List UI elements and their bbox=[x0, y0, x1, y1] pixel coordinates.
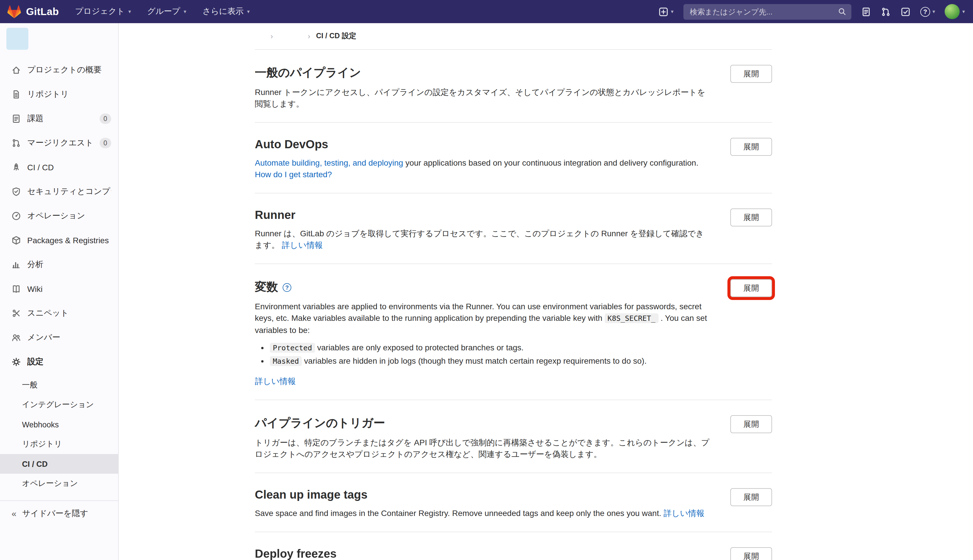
plus-square-icon bbox=[659, 7, 669, 17]
section-title: 変数 bbox=[255, 279, 278, 295]
user-menu-button[interactable]: ▾ bbox=[945, 4, 965, 19]
search-input[interactable] bbox=[689, 7, 838, 17]
pipeline-triggers-expand-button[interactable]: 展開 bbox=[730, 415, 772, 433]
brand-name: GitLab bbox=[26, 5, 59, 18]
avatar bbox=[945, 4, 960, 19]
general-pipelines-expand-button[interactable]: 展開 bbox=[730, 65, 772, 83]
settings-sub-webhooks[interactable]: Webhooks bbox=[0, 415, 118, 434]
collapse-sidebar-button[interactable]: « サイドバーを隠す bbox=[0, 500, 118, 526]
auto-devops-get-started-link[interactable]: How do I get started? bbox=[255, 170, 332, 179]
book-icon bbox=[12, 284, 21, 293]
section-title: Deploy freezes bbox=[255, 547, 337, 560]
gitlab-app: GitLab プロジェクト ▾ グループ ▾ さらに表示 ▾ bbox=[0, 0, 973, 560]
sidebar-item-merge-requests[interactable]: マージリクエスト 0 bbox=[0, 131, 118, 155]
section-title: Auto DevOps bbox=[255, 138, 328, 151]
settings-sub-operations[interactable]: オペレーション bbox=[0, 474, 118, 493]
sidebar-item-operations[interactable]: オペレーション bbox=[0, 204, 118, 228]
menu-more[interactable]: さらに表示 ▾ bbox=[202, 7, 250, 17]
sidebar-item-packages[interactable]: Packages & Registries bbox=[0, 228, 118, 252]
sidebar-item-label: 設定 bbox=[27, 357, 43, 367]
sidebar-item-label: Packages & Registries bbox=[27, 236, 109, 245]
sidebar-item-issues[interactable]: 課題 0 bbox=[0, 107, 118, 131]
todos-icon[interactable] bbox=[901, 7, 910, 17]
sidebar-item-project-overview[interactable]: プロジェクトの概要 bbox=[0, 58, 118, 82]
settings-sub-ci-cd[interactable]: CI / CD bbox=[0, 454, 118, 474]
code-k8s-secret: K8S_SECRET_ bbox=[605, 313, 658, 323]
menu-projects-label: プロジェクト bbox=[75, 7, 125, 17]
chevron-down-icon: ▾ bbox=[128, 9, 131, 14]
cleanup-expand-button[interactable]: 展開 bbox=[730, 488, 772, 506]
chart-icon bbox=[12, 260, 21, 269]
settings-sub-general[interactable]: 一般 bbox=[0, 375, 118, 395]
sidebar-item-label: メンバー bbox=[27, 332, 60, 343]
menu-groups-label: グループ bbox=[147, 7, 180, 17]
breadcrumb: › › CI / CD 設定 bbox=[255, 23, 772, 50]
merge-requests-count-badge: 0 bbox=[99, 138, 111, 148]
sidebar-item-label: リポジトリ bbox=[27, 89, 68, 100]
bullet-text: variables are only exposed to protected … bbox=[315, 343, 523, 352]
merge-request-icon bbox=[12, 138, 21, 148]
sidebar-item-analytics[interactable]: 分析 bbox=[0, 252, 118, 277]
help-menu-button[interactable]: ? ▾ bbox=[920, 7, 935, 17]
runner-more-info-link[interactable]: 詳しい情報 bbox=[282, 240, 323, 250]
sidebar-item-ci-cd[interactable]: CI / CD bbox=[0, 155, 118, 180]
auto-devops-doc-link[interactable]: Automate building, testing, and deployin… bbox=[255, 158, 403, 167]
auto-devops-expand-button[interactable]: 展開 bbox=[730, 138, 772, 156]
sidebar-item-settings[interactable]: 設定 bbox=[0, 350, 118, 374]
gitlab-tanuki-icon bbox=[7, 5, 22, 18]
chevron-right-icon: › bbox=[270, 32, 273, 40]
sidebar-item-snippets[interactable]: スニペット bbox=[0, 301, 118, 325]
section-title: Runner bbox=[255, 208, 295, 222]
section-title: パイプラインのトリガー bbox=[255, 415, 385, 431]
gear-icon bbox=[12, 357, 21, 367]
submenu-label: インテグレーション bbox=[22, 400, 94, 410]
sidebar-item-label: CI / CD bbox=[27, 163, 54, 172]
submenu-label: オペレーション bbox=[22, 478, 78, 489]
bullet-text: variables are hidden in job logs (though… bbox=[302, 356, 646, 365]
sidebar-item-members[interactable]: メンバー bbox=[0, 325, 118, 350]
deploy-freezes-expand-button[interactable]: 展開 bbox=[730, 547, 772, 560]
sidebar-item-wiki[interactable]: Wiki bbox=[0, 277, 118, 301]
help-icon: ? bbox=[920, 7, 930, 17]
menu-more-label: さらに表示 bbox=[202, 7, 243, 17]
runner-expand-button[interactable]: 展開 bbox=[730, 208, 772, 227]
chevron-down-icon: ▾ bbox=[962, 9, 965, 14]
sidebar-item-security[interactable]: セキュリティとコンプライア bbox=[0, 180, 118, 204]
issues-count-badge: 0 bbox=[99, 113, 111, 124]
section-cleanup-image-tags: Clean up image tags Save space and find … bbox=[255, 473, 772, 532]
submenu-label: リポジトリ bbox=[22, 439, 62, 449]
code-protected: Protected bbox=[270, 343, 315, 353]
variables-expand-button[interactable]: 展開 bbox=[730, 279, 772, 297]
cleanup-more-info-link[interactable]: 詳しい情報 bbox=[663, 508, 704, 518]
sidebar-item-label: プロジェクトの概要 bbox=[27, 65, 102, 75]
variables-protected-bullet: Protected variables are only exposed to … bbox=[270, 342, 710, 354]
settings-sub-repository[interactable]: リポジトリ bbox=[0, 434, 118, 454]
section-description: Runner トークンにアクセスし、パイプラインの設定をカスタマイズ、そしてパイ… bbox=[255, 87, 705, 108]
chevron-down-icon: ▾ bbox=[247, 9, 250, 14]
gauge-icon bbox=[12, 212, 21, 221]
sidebar-item-label: セキュリティとコンプライア bbox=[27, 187, 111, 197]
project-avatar[interactable] bbox=[7, 28, 28, 50]
new-menu-button[interactable]: ▾ bbox=[659, 7, 673, 17]
double-chevron-left-icon: « bbox=[12, 508, 17, 518]
help-question-icon[interactable]: ? bbox=[283, 283, 291, 292]
shield-icon bbox=[12, 187, 21, 196]
navbar-right: ▾ bbox=[659, 4, 965, 19]
menu-groups[interactable]: グループ ▾ bbox=[147, 7, 186, 17]
submenu-label: Webhooks bbox=[22, 420, 59, 429]
merge-requests-shortcut-icon[interactable] bbox=[881, 7, 891, 17]
variables-more-info-link[interactable]: 詳しい情報 bbox=[255, 377, 296, 386]
repository-icon bbox=[12, 90, 21, 99]
gitlab-home-link[interactable]: GitLab bbox=[7, 5, 59, 18]
menu-projects[interactable]: プロジェクト ▾ bbox=[75, 7, 131, 17]
chevron-down-icon: ▾ bbox=[183, 9, 186, 14]
main-content: › › CI / CD 設定 一般のパイプライン Runner トークンにアクセ… bbox=[119, 23, 973, 560]
sidebar-item-label: スニペット bbox=[27, 308, 68, 318]
sidebar-item-repository[interactable]: リポジトリ bbox=[0, 82, 118, 107]
members-icon bbox=[12, 333, 21, 342]
section-description: トリガーは、特定のブランチまたはタグを API 呼び出しで強制的に再構築させるこ… bbox=[255, 438, 710, 459]
issues-shortcut-icon[interactable] bbox=[861, 7, 871, 17]
settings-sub-integrations[interactable]: インテグレーション bbox=[0, 395, 118, 415]
section-general-pipelines: 一般のパイプライン Runner トークンにアクセスし、パイプラインの設定をカス… bbox=[255, 50, 772, 123]
global-search[interactable] bbox=[683, 4, 851, 19]
